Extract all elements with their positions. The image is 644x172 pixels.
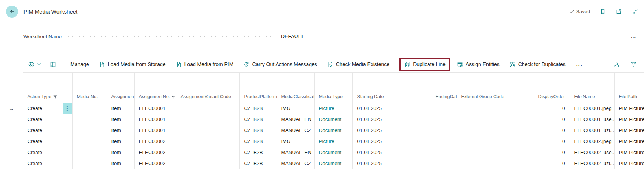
row-selector-cell[interactable] — [0, 114, 23, 125]
action-check-for-duplicates[interactable]: Check for Duplicates — [509, 61, 566, 68]
cell-media-classification-code[interactable]: MANUAL_EN — [277, 114, 314, 125]
cell-product-platform-code[interactable]: CZ_B2B — [239, 136, 277, 147]
cell-assignment-no[interactable]: ELEC00001 — [134, 125, 176, 136]
cell-assignment-variant-code[interactable] — [176, 158, 239, 169]
cell-display-order[interactable]: 0 — [530, 103, 570, 114]
action-load-media-from-storage[interactable]: Load Media from Storage — [99, 61, 166, 68]
cell-assignment-no[interactable]: ELEC00002 — [134, 136, 176, 147]
cell-media-no[interactable] — [72, 114, 107, 125]
cell-display-order[interactable]: 0 — [530, 136, 570, 147]
cell-media-no[interactable] — [72, 136, 107, 147]
cell-assignment-type[interactable]: Item — [107, 136, 134, 147]
cell-file-name[interactable]: ELEC00001_use... — [570, 114, 614, 125]
cell-media-no[interactable] — [72, 103, 107, 114]
media-type-link[interactable]: Picture — [319, 139, 334, 144]
related-menu-button[interactable] — [28, 61, 41, 67]
cell-display-order[interactable]: 0 — [530, 114, 570, 125]
media-type-link[interactable]: Document — [319, 150, 342, 155]
cell-assignment-type[interactable]: Item — [107, 158, 134, 169]
row-selector-cell[interactable] — [0, 158, 23, 169]
more-options-button[interactable]: ... — [576, 61, 583, 67]
cell-file-path[interactable]: PIM Picture — [614, 136, 644, 147]
cell-external-group-code[interactable] — [457, 103, 530, 114]
col-header-assignment-no[interactable]: AssignmentNo. — [134, 73, 176, 103]
action-assign-entities[interactable]: Assign Entities — [457, 61, 500, 68]
back-button[interactable] — [6, 6, 18, 18]
cell-product-platform-code[interactable]: CZ_B2B — [239, 147, 277, 158]
cell-media-type[interactable]: Document — [314, 158, 352, 169]
cell-starting-date[interactable]: 01.01.2025 — [352, 147, 431, 158]
cell-assignment-no[interactable]: ELEC00002 — [134, 158, 176, 169]
row-selector-cell[interactable] — [0, 147, 23, 158]
cell-file-name[interactable]: ELEC00001_uzi... — [570, 125, 614, 136]
cell-media-classification-code[interactable]: MANUAL_CZ — [277, 125, 314, 136]
cell-action-type[interactable]: Create — [23, 147, 72, 158]
cell-media-classification-code[interactable]: IMG — [277, 136, 314, 147]
cell-media-type[interactable]: Document — [314, 125, 352, 136]
cell-media-classification-code[interactable]: MANUAL_CZ — [277, 158, 314, 169]
cell-action-type[interactable]: Create — [23, 114, 72, 125]
cell-media-type[interactable]: Document — [314, 114, 352, 125]
cell-action-type[interactable]: Create — [23, 125, 72, 136]
share-button[interactable] — [614, 61, 621, 68]
cell-file-name[interactable]: ELEC00002_use... — [570, 147, 614, 158]
cell-display-order[interactable]: 0 — [530, 125, 570, 136]
cell-ending-date[interactable] — [431, 158, 457, 169]
cell-media-classification-code[interactable]: IMG — [277, 103, 314, 114]
cell-file-name[interactable]: ELEC00002_uzi... — [570, 158, 614, 169]
media-type-link[interactable]: Picture — [319, 105, 334, 111]
assist-edit-button[interactable]: ... — [631, 34, 636, 39]
focused-cell-indicator[interactable]: ⋮ — [63, 103, 72, 114]
collapse-button[interactable] — [632, 8, 638, 15]
col-header-ending-date[interactable]: EndingDate — [431, 73, 457, 103]
col-header-media-no[interactable]: Media No. — [72, 73, 107, 103]
cell-external-group-code[interactable] — [457, 147, 530, 158]
cell-external-group-code[interactable] — [457, 136, 530, 147]
cell-display-order[interactable]: 0 — [530, 147, 570, 158]
cell-file-name[interactable]: ELEC00001.jpeg — [570, 103, 614, 114]
cell-display-order[interactable]: 0 — [530, 158, 570, 169]
cell-file-path[interactable]: PIM Picture — [614, 147, 644, 158]
col-header-media-type[interactable]: Media Type — [314, 73, 352, 103]
cell-action-type[interactable]: Create⋮ — [23, 103, 72, 114]
action-check-media-existence[interactable]: Check Media Existence — [327, 61, 389, 68]
manage-menu-button[interactable]: Manage — [70, 61, 89, 67]
row-selector-cell[interactable] — [0, 136, 23, 147]
open-in-new-window-button[interactable] — [616, 8, 622, 15]
action-duplicate-line[interactable]: Duplicate Line — [399, 58, 450, 71]
switch-layout-button[interactable] — [50, 61, 56, 68]
cell-action-type[interactable]: Create — [23, 158, 72, 169]
cell-external-group-code[interactable] — [457, 158, 530, 169]
cell-starting-date[interactable]: 01.01.2025 — [352, 125, 431, 136]
cell-media-classification-code[interactable]: MANUAL_EN — [277, 147, 314, 158]
cell-media-type[interactable]: Picture — [314, 103, 352, 114]
cell-product-platform-code[interactable]: CZ_B2B — [239, 125, 277, 136]
cell-assignment-variant-code[interactable] — [176, 125, 239, 136]
cell-assignment-variant-code[interactable] — [176, 114, 239, 125]
bookmark-button[interactable] — [600, 8, 606, 15]
col-header-assignment-type[interactable]: AssignmentType — [107, 73, 134, 103]
cell-assignment-variant-code[interactable] — [176, 147, 239, 158]
row-selector-cell[interactable] — [0, 125, 23, 136]
cell-file-path[interactable]: PIM Picture — [614, 103, 644, 114]
cell-ending-date[interactable] — [431, 147, 457, 158]
worksheet-name-input[interactable]: DEFAULT ... — [277, 31, 640, 42]
media-type-link[interactable]: Document — [319, 117, 342, 122]
row-selector-cell[interactable]: → — [0, 103, 23, 114]
cell-ending-date[interactable] — [431, 125, 457, 136]
cell-ending-date[interactable] — [431, 114, 457, 125]
cell-starting-date[interactable]: 01.01.2025 — [352, 114, 431, 125]
col-header-starting-date[interactable]: Starting Date — [352, 73, 431, 103]
cell-assignment-type[interactable]: Item — [107, 103, 134, 114]
cell-assignment-type[interactable]: Item — [107, 125, 134, 136]
cell-file-path[interactable]: PIM Picture — [614, 125, 644, 136]
cell-starting-date[interactable]: 01.01.2025 — [352, 158, 431, 169]
col-header-assignment-variant-code[interactable]: AssignmentVariant Code — [176, 73, 239, 103]
cell-external-group-code[interactable] — [457, 125, 530, 136]
col-header-external-group-code[interactable]: External Group Code — [457, 73, 530, 103]
col-header-action-type[interactable]: Action Type — [23, 73, 72, 103]
filter-button[interactable] — [630, 61, 637, 68]
cell-assignment-no[interactable]: ELEC00001 — [134, 103, 176, 114]
cell-ending-date[interactable] — [431, 136, 457, 147]
media-type-link[interactable]: Document — [319, 128, 342, 133]
